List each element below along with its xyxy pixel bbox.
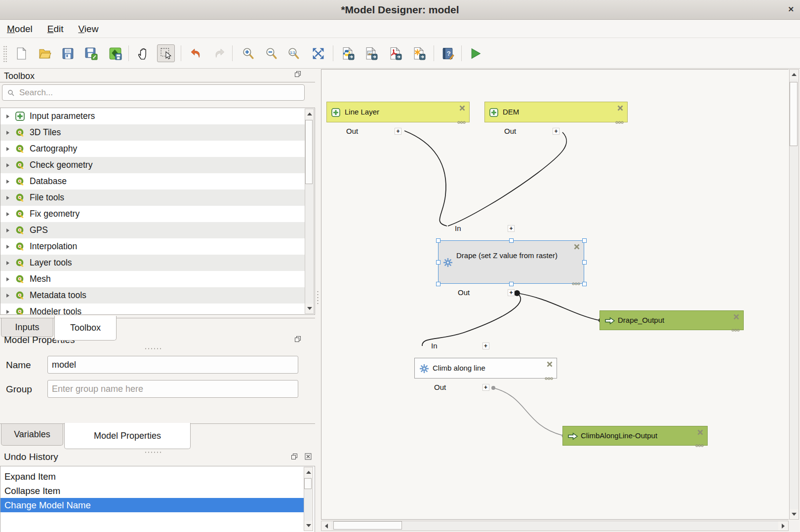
node-climb-along-line[interactable]: Climb along line <box>414 358 557 379</box>
toolbox-float-icon[interactable] <box>294 71 301 77</box>
toolbox-item-check-geometry[interactable]: Check geometry <box>0 157 305 173</box>
select-button[interactable] <box>157 44 175 62</box>
splitter-handle[interactable] <box>144 451 162 454</box>
new-model-button[interactable] <box>12 44 30 62</box>
save-model-button[interactable] <box>59 44 77 62</box>
redo-button[interactable] <box>210 44 228 62</box>
menu-edit[interactable]: Edit <box>47 24 64 35</box>
expander-icon[interactable] <box>6 147 9 151</box>
scroll-up-button[interactable] <box>305 109 314 119</box>
node-delete-icon[interactable] <box>573 243 580 250</box>
window-close-button[interactable]: ✕ <box>788 5 794 14</box>
scroll-left-button[interactable] <box>321 521 331 531</box>
export-as-pdf-button[interactable] <box>386 44 404 62</box>
export-as-python-button[interactable] <box>339 44 357 62</box>
selection-handle[interactable] <box>436 238 440 243</box>
dem-out-expand-button[interactable]: + <box>553 128 560 135</box>
scroll-down-button[interactable] <box>790 509 799 519</box>
line-layer-out-expand-button[interactable]: + <box>395 128 401 135</box>
expander-icon[interactable] <box>6 196 9 200</box>
menu-view[interactable]: View <box>79 24 99 35</box>
expander-icon[interactable] <box>6 228 9 232</box>
toolbox-item-interpolation[interactable]: Interpolation <box>0 238 305 255</box>
node-delete-icon[interactable] <box>697 429 704 436</box>
tab-model-properties[interactable]: Model Properties <box>64 423 191 449</box>
expander-icon[interactable] <box>6 212 9 216</box>
scroll-up-button[interactable] <box>304 467 313 477</box>
expander-icon[interactable] <box>6 163 9 167</box>
node-drape[interactable]: Drape (set Z value from raster) <box>438 240 584 284</box>
scrollbar-thumb[interactable] <box>305 120 313 184</box>
selection-handle[interactable] <box>436 282 440 286</box>
toolbar-grip[interactable] <box>3 45 7 62</box>
toolbox-item-modeler-tools[interactable]: Modeler tools <box>0 304 305 315</box>
save-model-as-button[interactable] <box>82 44 100 62</box>
pan-button[interactable] <box>134 44 152 62</box>
node-delete-icon[interactable] <box>733 313 740 320</box>
node-delete-icon[interactable] <box>459 105 466 112</box>
toolbox-item-gps[interactable]: GPS <box>0 222 305 238</box>
node-drape-output[interactable]: Drape_Output <box>600 310 744 330</box>
toolbox-item-input-parameters[interactable]: Input parameters <box>0 108 305 124</box>
selection-handle[interactable] <box>582 282 587 286</box>
drape-in-expand-button[interactable]: + <box>508 225 515 232</box>
undo-item-expand-item[interactable]: Expand Item <box>0 469 304 484</box>
zoom-full-button[interactable] <box>309 44 327 62</box>
zoom-in-button[interactable] <box>239 44 257 62</box>
toolbox-item-mesh[interactable]: Mesh <box>0 271 305 287</box>
expander-icon[interactable] <box>6 261 9 265</box>
expander-icon[interactable] <box>6 310 9 314</box>
expander-icon[interactable] <box>6 245 9 249</box>
expander-icon[interactable] <box>6 131 9 135</box>
climb-along-line-out-expand-button[interactable]: + <box>482 384 489 391</box>
save-model-in-project-button[interactable] <box>106 44 124 62</box>
selection-handle[interactable] <box>582 260 587 265</box>
scrollbar-thumb[interactable] <box>304 478 312 489</box>
zoom-out-button[interactable] <box>262 44 280 62</box>
model-name-field[interactable] <box>47 356 298 374</box>
undo-button[interactable] <box>187 44 204 62</box>
open-model-button[interactable] <box>36 44 53 62</box>
search-input[interactable] <box>18 87 285 98</box>
selection-handle[interactable] <box>509 238 514 243</box>
scroll-right-button[interactable] <box>778 521 788 531</box>
toolbox-item-metadata-tools[interactable]: Metadata tools <box>0 287 305 304</box>
zoom-actual-button[interactable]: 1:1 <box>284 44 302 62</box>
expander-icon[interactable] <box>6 180 9 184</box>
model-group-field[interactable] <box>47 380 298 398</box>
node-dem[interactable]: DEM <box>484 102 628 122</box>
expander-icon[interactable] <box>6 294 9 298</box>
scrollbar-thumb[interactable] <box>790 82 798 146</box>
undo-item-collapse-item[interactable]: Collapse Item <box>0 484 304 498</box>
toolbox-item-cartography[interactable]: Cartography <box>0 141 305 157</box>
selection-handle[interactable] <box>582 238 587 243</box>
scroll-down-button[interactable] <box>305 304 314 313</box>
selection-handle[interactable] <box>436 260 440 265</box>
export-as-image-button[interactable] <box>362 44 380 62</box>
run-model-button[interactable] <box>466 44 484 62</box>
node-delete-icon[interactable] <box>546 361 553 368</box>
node-line-layer[interactable]: Line Layer <box>326 102 470 122</box>
toolbox-item-layer-tools[interactable]: Layer tools <box>0 255 305 271</box>
export-as-svg-button[interactable] <box>410 44 428 62</box>
tab-toolbox[interactable]: Toolbox <box>54 316 117 341</box>
toolbox-item-file-tools[interactable]: File tools <box>0 190 305 206</box>
node-delete-icon[interactable] <box>617 105 624 112</box>
panel-canvas-splitter[interactable] <box>317 290 319 305</box>
menu-model[interactable]: Model <box>7 24 33 35</box>
undo-history-close-icon[interactable] <box>305 453 312 460</box>
tab-variables[interactable]: Variables <box>1 424 63 446</box>
selection-handle[interactable] <box>509 282 514 286</box>
climb-along-line-in-expand-button[interactable]: + <box>482 342 489 349</box>
expander-icon[interactable] <box>6 277 9 281</box>
model-properties-float-icon[interactable] <box>294 336 301 342</box>
edit-help-button[interactable]: ? <box>439 44 456 62</box>
toolbox-item-database[interactable]: Database <box>0 173 305 190</box>
expander-icon[interactable] <box>6 114 9 118</box>
scrollbar-thumb[interactable] <box>333 521 402 530</box>
drape-out-expand-button[interactable]: + <box>508 289 515 296</box>
scroll-up-button[interactable] <box>790 70 799 79</box>
undo-item-change-model-name[interactable]: Change Model Name <box>0 498 304 512</box>
splitter-handle[interactable] <box>144 347 162 350</box>
node-climbalongline-output[interactable]: ClimbAlongLine-Output <box>562 426 708 446</box>
